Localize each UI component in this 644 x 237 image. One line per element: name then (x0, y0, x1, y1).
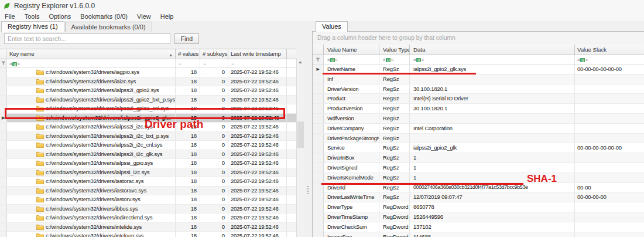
value-name-filter-cell[interactable]: aBc (324, 55, 379, 64)
keys-grid-header: Key name▲ # values # subkeys Last write … (0, 49, 296, 59)
row-indicator (313, 153, 324, 162)
value-row[interactable]: DriverInBoxRegSz1 (313, 153, 644, 163)
scrollbar-thumb[interactable] (297, 121, 304, 148)
tree-row[interactable]: c:/windows/system32/drivers/ialpssi_gpio… (0, 159, 296, 168)
panel-splitter[interactable] (304, 31, 312, 237)
tree-row[interactable]: c:/windows/system32/drivers/ialpssi_i2c.… (0, 168, 296, 178)
tree-row[interactable]: c:/windows/system32/drivers/intelide.sys… (0, 223, 296, 232)
column-header-key-name[interactable]: Key name▲ (7, 49, 176, 59)
scroll-up-arrow-icon[interactable] (299, 61, 302, 63)
filler-cell (287, 123, 296, 131)
row-indicator (0, 96, 7, 104)
value-name-cell: WdfVersion (324, 114, 379, 123)
value-row[interactable]: DriverPackageStrongNa...RegSz (313, 134, 644, 144)
timestamp-filter-cell[interactable]: = (228, 59, 287, 67)
values-count-cell: 18 (176, 141, 200, 150)
menu-item-help[interactable]: Help (156, 13, 179, 20)
timestamp-cell: 2025-07-22 19:52:46 (228, 68, 287, 77)
value-row[interactable]: ServiceRegSzialpss2i_gpio2_glk00-00-00-0… (313, 143, 644, 153)
tree-row[interactable]: c:/windows/system32/drivers/iastorv.sys1… (0, 195, 296, 205)
find-button[interactable]: Find (174, 33, 199, 44)
values-count-cell: 18 (176, 68, 200, 77)
column-header-value-slack[interactable]: Value Slack (575, 45, 644, 55)
key-name-cell: c:/windows/system32/drivers/iai2c.sys (7, 77, 176, 86)
value-row[interactable]: DriverVersionRegSz30.100.1820.1 (313, 84, 644, 94)
tree-row[interactable]: c:/windows/system32/drivers/iagpio.sys18… (0, 68, 296, 77)
values-filter-cell[interactable]: = (176, 59, 200, 67)
value-data-cell: 30.100.1820.1 (410, 84, 575, 94)
tab-available[interactable]: Available bookmarks (0/0) (65, 22, 152, 32)
filler-cell (287, 159, 296, 168)
tree-row[interactable]: c:/windows/system32/drivers/ialpss2i_gpi… (0, 96, 296, 105)
subkeys-count-cell: 0 (200, 187, 228, 195)
value-name-cell: Inf (324, 75, 379, 84)
column-header-value-name[interactable]: Value Name (324, 45, 379, 55)
tab-values[interactable]: Values (316, 21, 348, 32)
subkeys-count-cell: 0 (200, 177, 228, 186)
value-row[interactable]: DriverIsKernelModeRegSz1 (313, 173, 644, 183)
row-indicator (313, 84, 324, 94)
value-type-filter-cell[interactable]: aBc (379, 55, 410, 64)
subkeys-filter-cell[interactable]: = (200, 59, 228, 67)
value-row[interactable]: DriverTypeRegDword8650778 (313, 202, 644, 212)
value-type-cell: RegSz (379, 173, 410, 182)
key-name-filter-cell[interactable]: aBc (7, 59, 176, 67)
folder-icon (36, 206, 44, 212)
annotation-underline-driverid (321, 183, 523, 185)
value-row[interactable]: DriverTimeStampRegDword1526449596 (313, 212, 644, 222)
folder-icon (36, 142, 44, 148)
tree-row[interactable]: c:/windows/system32/drivers/ibbus.sys180… (0, 205, 296, 214)
value-slack-filter-cell[interactable]: aBc (575, 55, 644, 64)
tree-row[interactable]: c:/windows/system32/drivers/ialpss2i_i2c… (0, 150, 296, 160)
subkeys-count-cell: 0 (200, 150, 228, 159)
value-row[interactable]: ProductRegSzIntel(R) Serial IO Driver (313, 94, 644, 104)
row-indicator (313, 232, 324, 237)
subkeys-count-cell: 0 (200, 223, 228, 232)
folder-icon (36, 233, 44, 237)
tree-row[interactable]: c:/windows/system32/drivers/ialpss2i_i2c… (0, 132, 296, 141)
column-header-data[interactable]: Data (410, 45, 575, 55)
subkeys-count-cell: 0 (200, 214, 228, 222)
menu-item-view[interactable]: View (132, 13, 156, 20)
tree-row[interactable]: c:/windows/system32/drivers/indirectkmd.… (0, 214, 296, 223)
value-row[interactable]: ProductVersionRegSz30.100.1820.1 (313, 104, 644, 114)
column-header-subkeys[interactable]: # subkeys (200, 49, 228, 59)
menu-item-options[interactable]: Options (44, 13, 76, 20)
value-row[interactable]: ImageSizeRegDword114688 (313, 232, 644, 237)
menu-item-bookmarks[interactable]: Bookmarks (0/0) (76, 13, 132, 20)
tree-row[interactable]: c:/windows/system32/drivers/ialpss2i_gpi… (0, 104, 296, 114)
data-filter-cell[interactable]: aBc (410, 55, 575, 64)
column-header-last-write[interactable]: Last write timestamp (228, 49, 287, 59)
value-row[interactable]: DriverCheckSumRegDword137102 (313, 222, 644, 232)
value-row[interactable]: InfRegSz (313, 75, 644, 84)
tab-registry[interactable]: Registry hives (1) (1, 21, 64, 32)
menu-item-tools[interactable]: Tools (20, 13, 44, 20)
tree-row[interactable]: c:/windows/system32/drivers/ialpss2i_i2c… (0, 141, 296, 150)
subkeys-count-cell: 0 (200, 141, 228, 150)
value-name-cell: DriverCompany (324, 124, 379, 133)
value-name-cell: Service (324, 143, 379, 153)
value-row[interactable]: DriverLastWriteTimeRegSz12/07/2019 09:07… (313, 192, 644, 202)
menu-item-file[interactable]: File (0, 13, 20, 20)
value-row[interactable]: DriverSignedRegSz1 (313, 163, 644, 173)
row-indicator (0, 205, 7, 214)
timestamp-cell: 2025-07-22 19:52:46 (228, 205, 287, 214)
value-slack-cell (575, 173, 644, 182)
tree-row[interactable]: c:/windows/system32/drivers/intelpep.sys… (0, 232, 296, 237)
row-indicator (0, 123, 7, 131)
value-data-cell: 8650778 (410, 202, 575, 212)
row-indicator (0, 141, 7, 150)
column-header-value-type[interactable]: Value Type (379, 45, 410, 55)
tree-row[interactable]: c:/windows/system32/drivers/ialpss2i_gpi… (0, 86, 296, 96)
value-row[interactable]: WdfVersionRegSz (313, 114, 644, 124)
tree-row[interactable]: c:/windows/system32/drivers/iastoravc.sy… (0, 187, 296, 196)
value-type-cell: RegDword (379, 232, 410, 237)
tree-row[interactable]: c:/windows/system32/drivers/iai2c.sys180… (0, 77, 296, 87)
column-header-values[interactable]: # values (176, 49, 200, 59)
tree-row[interactable]: c:/windows/system32/drivers/iastorac.sys… (0, 177, 296, 187)
value-row[interactable]: DriverCompanyRegSzIntel Corporation (313, 124, 644, 134)
timestamp-cell: 2025-07-22 19:52:46 (228, 77, 287, 86)
search-input[interactable] (4, 33, 170, 44)
keys-grid-scrollbar[interactable] (296, 58, 304, 237)
subkeys-count-cell: 0 (200, 114, 228, 123)
